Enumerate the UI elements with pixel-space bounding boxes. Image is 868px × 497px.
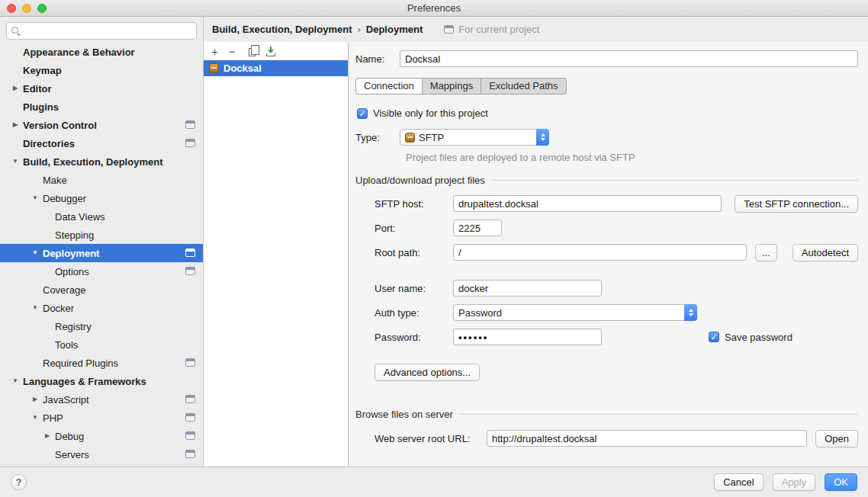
user-name-value: docker: [458, 283, 488, 294]
browse-section-label: Browse files on server: [355, 409, 453, 420]
sidebar-item-label: JavaScript: [0, 394, 89, 406]
sidebar-item-appearance-behavior[interactable]: Appearance & Behavior: [0, 43, 203, 61]
name-value: Docksal: [405, 53, 440, 65]
autodetect-button[interactable]: Autodetect: [792, 244, 858, 261]
advanced-options-button[interactable]: Advanced options...: [375, 364, 480, 381]
root-path-label: Root path:: [375, 247, 453, 258]
save-password-checkbox[interactable]: Save password: [709, 332, 792, 343]
visible-project-checkbox[interactable]: Visible only for this project: [357, 107, 858, 119]
dropdown-stepper-icon: [684, 304, 697, 321]
search-input[interactable]: [24, 25, 191, 37]
sidebar-item-editor[interactable]: ▶Editor: [0, 79, 203, 98]
sidebar-item-php[interactable]: ▼PHP: [0, 409, 203, 427]
test-sftp-connection-button[interactable]: Test SFTP connection...: [735, 195, 858, 213]
titlebar: Preferences: [0, 0, 868, 17]
chevron-right-icon[interactable]: ▶: [11, 85, 20, 91]
sidebar-item-plugins[interactable]: Plugins: [0, 98, 203, 116]
password-label: Password:: [375, 332, 453, 343]
chevron-right-icon[interactable]: ▶: [31, 396, 40, 402]
chevron-down-icon[interactable]: ▼: [11, 377, 20, 384]
close-button[interactable]: [7, 4, 16, 13]
root-path-input[interactable]: /: [453, 244, 747, 261]
sidebar-item-javascript[interactable]: ▶JavaScript: [0, 390, 203, 409]
remove-button[interactable]: −: [229, 46, 236, 57]
auth-type-select[interactable]: Password: [453, 304, 697, 321]
cancel-button[interactable]: Cancel: [714, 473, 763, 491]
breadcrumb-separator-icon: ›: [357, 24, 360, 35]
sidebar-item-label: Plugins: [0, 101, 59, 113]
chevron-right-icon[interactable]: ▶: [43, 432, 52, 439]
project-settings-icon: [444, 25, 454, 34]
project-settings-icon: [185, 395, 195, 403]
project-settings-icon: [185, 248, 195, 257]
sidebar-item-servers[interactable]: Servers: [0, 445, 203, 463]
chevron-right-icon[interactable]: ▶: [11, 121, 20, 128]
checkbox-checked-icon: [709, 332, 719, 342]
breadcrumb-bar: Build, Execution, Deployment › Deploymen…: [204, 17, 868, 42]
web-root-input[interactable]: http://drupaltest.docksal: [487, 430, 807, 447]
minimize-button[interactable]: [22, 4, 31, 13]
sidebar-item-label: Stepping: [0, 229, 94, 241]
sidebar-item-docker[interactable]: ▼Docker: [0, 299, 203, 317]
sidebar-item-data-views[interactable]: Data Views: [0, 207, 203, 226]
ok-button[interactable]: OK: [825, 473, 857, 491]
port-input[interactable]: 2225: [453, 220, 502, 236]
deployment-server-icon: [209, 63, 219, 73]
auth-type-row: Auth type: Password: [355, 303, 858, 322]
tab-connection[interactable]: Connection: [355, 78, 423, 95]
type-select[interactable]: SFTP: [400, 129, 549, 146]
preferences-window: Preferences Appearance & BehaviorKeymap▶…: [0, 0, 868, 497]
sidebar-item-required-plugins[interactable]: Required Plugins: [0, 354, 203, 372]
project-settings-icon: [185, 358, 195, 367]
chevron-down-icon[interactable]: ▼: [11, 158, 20, 165]
chevron-down-icon[interactable]: ▼: [31, 414, 40, 421]
browse-root-path-button[interactable]: ...: [755, 244, 777, 261]
sidebar-item-debug[interactable]: ▶Debug: [0, 427, 203, 445]
project-settings-icon: [185, 267, 195, 275]
advanced-options-row: Advanced options...: [355, 363, 858, 381]
sidebar-item-keymap[interactable]: Keymap: [0, 61, 203, 79]
copy-button[interactable]: [246, 46, 256, 56]
chevron-down-icon[interactable]: ▼: [31, 249, 40, 256]
sftp-host-input[interactable]: drupaltest.docksal: [453, 195, 722, 212]
help-button[interactable]: ?: [11, 474, 27, 490]
chevron-down-icon[interactable]: ▼: [31, 304, 40, 311]
user-name-input[interactable]: docker: [453, 280, 602, 297]
server-list: Docksal: [204, 60, 348, 76]
sidebar-item-registry[interactable]: Registry: [0, 317, 203, 335]
import-button[interactable]: [266, 46, 276, 56]
tab-excluded-paths[interactable]: Excluded Paths: [481, 78, 566, 95]
type-help-text: Project files are deployed to a remote h…: [406, 152, 858, 163]
sidebar-item-debugger[interactable]: ▼Debugger: [0, 189, 203, 207]
add-button[interactable]: +: [211, 46, 218, 57]
sidebar-item-label: Tools: [0, 339, 78, 351]
server-item-docksal[interactable]: Docksal: [204, 60, 348, 76]
root-path-value: /: [458, 247, 461, 258]
breadcrumb-parent[interactable]: Build, Execution, Deployment: [212, 24, 352, 35]
sidebar-item-version-control[interactable]: ▶Version Control: [0, 116, 203, 134]
sidebar-item-stepping[interactable]: Stepping: [0, 226, 203, 244]
settings-search[interactable]: [6, 22, 197, 40]
sftp-host-row: SFTP host: drupaltest.docksal Test SFTP …: [355, 194, 858, 213]
sidebar-item-build-execution-deployment[interactable]: ▼Build, Execution, Deployment: [0, 152, 203, 171]
open-button[interactable]: Open: [815, 430, 858, 447]
password-input[interactable]: ••••••: [453, 329, 602, 345]
password-row: Password: •••••• Save password: [355, 328, 858, 346]
scope-label: For current project: [458, 24, 539, 35]
apply-button[interactable]: Apply: [773, 473, 816, 491]
checkbox-checked-icon: [357, 108, 368, 119]
sidebar-item-languages-frameworks[interactable]: ▼Languages & Frameworks: [0, 372, 203, 390]
sidebar-item-options[interactable]: Options: [0, 262, 203, 281]
server-list-toolbar: +−: [204, 42, 348, 60]
zoom-button[interactable]: [37, 4, 47, 13]
name-input[interactable]: Docksal: [400, 50, 858, 67]
sidebar-item-coverage[interactable]: Coverage: [0, 281, 203, 299]
sidebar-item-tools[interactable]: Tools: [0, 335, 203, 354]
sidebar-item-directories[interactable]: Directories: [0, 134, 203, 152]
upload-section-header: Upload/download project files: [355, 175, 858, 186]
tab-mappings[interactable]: Mappings: [423, 78, 481, 95]
chevron-down-icon[interactable]: ▼: [31, 194, 40, 201]
sidebar-item-make[interactable]: Make: [0, 171, 203, 189]
server-item-label: Docksal: [223, 63, 262, 74]
sidebar-item-deployment[interactable]: ▼Deployment: [0, 244, 203, 262]
